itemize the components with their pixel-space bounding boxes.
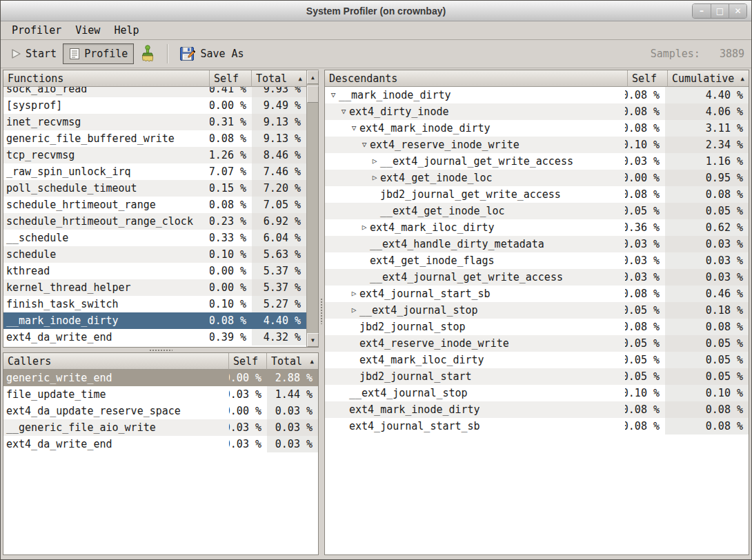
descendants-row[interactable]: ▽__mark_inode_dirty0.08 %4.40 %	[325, 87, 749, 103]
descendants-row[interactable]: jbd2_journal_get_write_access0.08 %0.08 …	[325, 186, 749, 203]
menu-view[interactable]: View	[68, 23, 107, 38]
descendants-row[interactable]: ▽ext4_reserve_inode_write0.10 %2.34 %	[325, 137, 749, 153]
expander-expanded-icon[interactable]: ▽	[359, 137, 370, 153]
descendants-row[interactable]: ▷__ext4_journal_get_write_access0.03 %1.…	[325, 153, 749, 170]
descendants-row[interactable]: __ext4_journal_stop0.10 %0.10 %	[325, 385, 749, 401]
expander-expanded-icon[interactable]: ▽	[328, 87, 339, 103]
callers-self-column-header[interactable]: Self	[229, 353, 267, 370]
function-name-cell: ext4_da_write_end	[3, 329, 210, 346]
self-column-header[interactable]: Self	[210, 70, 252, 87]
self-value-cell: 0.08 %	[625, 401, 665, 418]
callers-total-column-header[interactable]: Total ▲	[267, 353, 318, 370]
horizontal-pane-splitter[interactable]	[3, 348, 319, 352]
descendant-name-label: ext4_get_inode_loc	[380, 172, 493, 184]
descendants-row[interactable]: ext4_mark_inode_dirty0.08 %0.08 %	[325, 401, 749, 418]
functions-row[interactable]: generic_file_buffered_write0.08 %9.13 %	[3, 130, 306, 147]
descendant-name-cell: ▷ext4_mark_iloc_dirty	[325, 219, 625, 236]
callers-row[interactable]: generic_write_end0.00 %2.88 %	[3, 370, 318, 386]
scroll-down-button[interactable]: ▼	[307, 333, 319, 347]
descendant-name-cell: jbd2_journal_stop	[325, 319, 625, 335]
total-value-cell: 9.93 %	[252, 87, 306, 97]
self-value-cell: 0.08 %	[625, 87, 665, 103]
functions-row[interactable]: __mark_inode_dirty0.08 %4.40 %	[3, 312, 306, 329]
callers-row[interactable]: ext4_da_update_reserve_space0.00 %0.03 %	[3, 403, 318, 419]
callers-column-header[interactable]: Callers	[3, 353, 229, 370]
maximize-button[interactable]: □	[711, 4, 729, 18]
menu-profiler[interactable]: Profiler	[5, 23, 68, 38]
descendants-row[interactable]: jbd2_journal_start0.05 %0.05 %	[325, 368, 749, 385]
descendants-row[interactable]: ▽ext4_mark_inode_dirty0.08 %3.11 %	[325, 120, 749, 137]
callers-row[interactable]: ext4_da_write_end0.03 %0.03 %	[3, 436, 318, 452]
callers-row[interactable]: __generic_file_aio_write0.03 %0.03 %	[3, 419, 318, 436]
expander-collapsed-icon[interactable]: ▷	[369, 170, 380, 186]
descendant-name-cell: __ext4_journal_stop	[325, 385, 625, 401]
descendants-row[interactable]: ▽ext4_dirty_inode0.08 %4.06 %	[325, 103, 749, 120]
functions-row[interactable]: [sysprof]0.00 %9.49 %	[3, 97, 306, 114]
scrollbar-thumb[interactable]	[307, 86, 319, 103]
total-column-header[interactable]: Total ▲	[252, 70, 306, 87]
descendants-row[interactable]: __ext4_journal_get_write_access0.03 %0.0…	[325, 269, 749, 286]
cumulative-value-cell: 3.11 %	[665, 120, 749, 137]
descendants-row[interactable]: ▷ext4_get_inode_loc0.00 %0.95 %	[325, 170, 749, 186]
scroll-up-button[interactable]: ▲	[307, 70, 319, 84]
functions-scrollbar[interactable]: ▲ ▼	[306, 70, 318, 347]
cumulative-value-cell: 0.03 %	[665, 236, 749, 252]
functions-row[interactable]: inet_recvmsg0.31 %9.13 %	[3, 114, 306, 130]
profile-button[interactable]: Profile	[63, 43, 134, 64]
functions-row[interactable]: schedule_hrtimeout_range0.08 %7.05 %	[3, 197, 306, 213]
total-value-cell: 6.92 %	[252, 213, 306, 230]
expander-collapsed-icon[interactable]: ▷	[359, 219, 370, 236]
function-name-cell: inet_recvmsg	[3, 114, 210, 130]
expander-collapsed-icon[interactable]: ▷	[369, 153, 380, 170]
callers-row[interactable]: file_update_time0.03 %1.44 %	[3, 386, 318, 403]
functions-row[interactable]: tcp_recvmsg1.26 %8.46 %	[3, 147, 306, 163]
self-value-cell: 0.00 %	[229, 403, 267, 419]
descendants-row[interactable]: ▷__ext4_journal_stop0.05 %0.18 %	[325, 302, 749, 319]
total-value-cell: 7.20 %	[252, 180, 306, 197]
descendants-row[interactable]: ext4_mark_iloc_dirty0.05 %0.05 %	[325, 352, 749, 368]
start-button[interactable]: Start	[5, 43, 63, 64]
self-value-cell: 0.00 %	[210, 263, 252, 279]
menu-help[interactable]: Help	[107, 23, 146, 38]
expander-expanded-icon[interactable]: ▽	[348, 120, 359, 137]
self-value-cell: 0.05 %	[625, 203, 665, 219]
descendants-self-column-header[interactable]: Self	[628, 70, 668, 87]
descendants-row[interactable]: ext4_journal_start_sb0.08 %0.08 %	[325, 418, 749, 434]
reset-button[interactable]	[134, 41, 161, 67]
descendants-row[interactable]: __ext4_get_inode_loc0.05 %0.05 %	[325, 203, 749, 219]
descendants-row[interactable]: ext4_reserve_inode_write0.05 %0.05 %	[325, 335, 749, 352]
descendants-row[interactable]: __ext4_handle_dirty_metadata0.03 %0.03 %	[325, 236, 749, 252]
functions-row[interactable]: schedule0.10 %5.63 %	[3, 246, 306, 263]
expander-collapsed-icon[interactable]: ▷	[348, 286, 359, 302]
splitter-grip	[149, 349, 172, 352]
functions-row[interactable]: kernel_thread_helper0.00 %5.37 %	[3, 279, 306, 296]
descendants-row[interactable]: ▷ext4_journal_start_sb0.08 %0.46 %	[325, 286, 749, 302]
functions-row[interactable]: schedule_hrtimeout_range_clock0.23 %6.92…	[3, 213, 306, 230]
functions-row[interactable]: _raw_spin_unlock_irq7.07 %7.46 %	[3, 163, 306, 180]
functions-row[interactable]: __schedule0.33 %6.04 %	[3, 230, 306, 246]
functions-column-header[interactable]: Functions	[3, 70, 210, 87]
titlebar[interactable]: System Profiler (on crownbay) – □ ✕	[1, 1, 751, 21]
descendants-row[interactable]: jbd2_journal_stop0.08 %0.08 %	[325, 319, 749, 335]
expander-expanded-icon[interactable]: ▽	[338, 103, 349, 120]
cumulative-value-cell: 0.05 %	[665, 368, 749, 385]
save-as-button[interactable]: Save As	[173, 41, 250, 66]
functions-row[interactable]: poll_schedule_timeout0.15 %7.20 %	[3, 180, 306, 197]
descendants-row[interactable]: ▷ext4_mark_iloc_dirty0.36 %0.62 %	[325, 219, 749, 236]
cumulative-column-header[interactable]: Cumulative ▲	[668, 70, 749, 87]
total-value-cell: 1.44 %	[267, 386, 318, 403]
descendants-row[interactable]: ext4_get_inode_flags0.03 %0.03 %	[325, 252, 749, 269]
functions-row[interactable]: finish_task_switch0.10 %5.27 %	[3, 296, 306, 312]
caller-name-cell: ext4_da_update_reserve_space	[3, 403, 229, 419]
expander-collapsed-icon[interactable]: ▷	[348, 302, 359, 319]
self-value-cell: 0.39 %	[210, 329, 252, 346]
minimize-button[interactable]: –	[693, 4, 711, 18]
function-name-cell: finish_task_switch	[3, 296, 210, 312]
close-button[interactable]: ✕	[729, 4, 746, 18]
descendants-column-header[interactable]: Descendants	[325, 70, 628, 87]
functions-row[interactable]: ext4_da_write_end0.39 %4.32 %	[3, 329, 306, 346]
descendant-name-cell: __ext4_handle_dirty_metadata	[325, 236, 625, 252]
functions-row[interactable]: sock_aio_read0.41 %9.93 %	[3, 87, 306, 97]
vertical-pane-splitter[interactable]	[319, 70, 324, 555]
functions-row[interactable]: kthread0.00 %5.37 %	[3, 263, 306, 279]
